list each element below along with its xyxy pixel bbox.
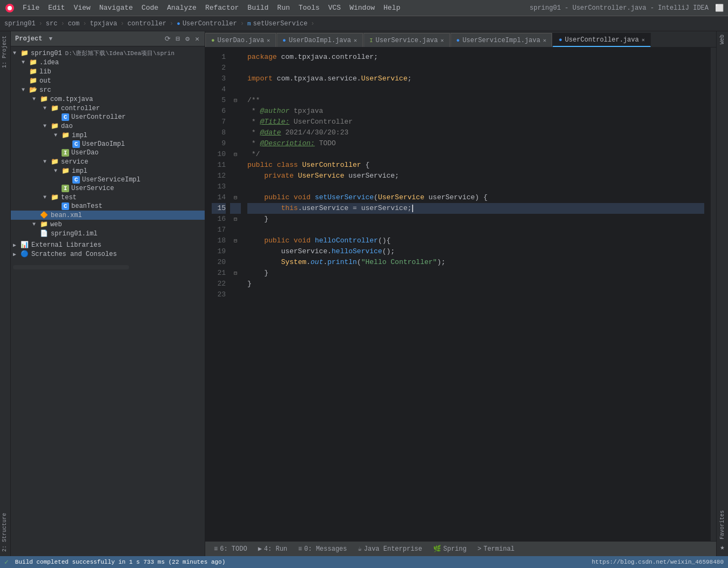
tree-item-userservice[interactable]: I UserService: [11, 184, 205, 193]
tab-close-userdaoimpl[interactable]: ✕: [354, 37, 357, 44]
tree-item-service[interactable]: ▼ 📁 service: [11, 157, 205, 166]
tree-arrow: ▼: [43, 159, 51, 165]
tree-arrow: ▼: [32, 221, 40, 227]
tree-label: UserService: [71, 185, 114, 192]
tab-userservice[interactable]: I UserService.java ✕: [363, 33, 450, 47]
code-line-10: */: [247, 149, 704, 160]
tree-item-src[interactable]: ▼ 📂 src: [11, 85, 205, 94]
menu-build[interactable]: Build: [244, 3, 272, 13]
tab-userdao[interactable]: ● UserDao.java ✕: [205, 33, 276, 47]
star-icon[interactable]: ★: [718, 540, 726, 554]
tab-userdaoimpl[interactable]: ● UserDaoImpl.java ✕: [277, 33, 363, 47]
tree-item-test[interactable]: ▼ 📁 test: [11, 193, 205, 202]
project-dropdown-icon[interactable]: ▼: [49, 36, 52, 42]
tab-close-usercontroller[interactable]: ✕: [642, 37, 645, 43]
bc-src[interactable]: src: [46, 20, 58, 28]
menu-tools[interactable]: Tools: [295, 3, 323, 13]
bc-spring01[interactable]: spring01: [4, 20, 36, 28]
tree-item-scratches[interactable]: ▶ 🔵 Scratches and Consoles: [11, 249, 205, 259]
tab-userserviceimpl[interactable]: ● UserServiceImpl.java ✕: [450, 33, 552, 47]
code-line-19: userService.helloService();: [247, 246, 704, 257]
menu-file[interactable]: File: [19, 3, 43, 13]
collapse-all-icon[interactable]: ⊟: [175, 33, 181, 44]
tab-terminal[interactable]: > Terminal: [473, 544, 519, 555]
tree-label: com.tpxjava: [50, 96, 93, 103]
folder-icon: 📁: [40, 95, 49, 103]
tree-item-spring01[interactable]: ▼ 📁 spring01 D:\唐彭旭下载\Idea\IDea项目\sprin: [11, 49, 205, 58]
app-title: spring01 - UserController.java - Intelli…: [530, 4, 709, 12]
build-status-message: Build completed successfully in 1 s 733 …: [15, 559, 225, 565]
bc-controller[interactable]: controller: [127, 20, 166, 28]
tab-todo[interactable]: ≡ 6: TODO: [210, 544, 252, 555]
tree-item-beantest[interactable]: C beanTest: [11, 202, 205, 211]
tab-java-enterprise[interactable]: ☕ Java Enterprise: [354, 543, 427, 555]
tree-label: UserDaoImpl: [82, 140, 125, 148]
tree-item-dao[interactable]: ▼ 📁 dao: [11, 121, 205, 131]
tree-item-usercontroller[interactable]: C UserController: [11, 113, 205, 121]
tree-item-userdaoimpl[interactable]: C UserDaoImpl: [11, 140, 205, 148]
menu-navigate[interactable]: Navigate: [96, 3, 136, 13]
tree-label: beanTest: [71, 202, 103, 210]
tree-item-idea[interactable]: ▼ 📁 .idea: [11, 58, 205, 67]
sync-icon[interactable]: ⟳: [164, 33, 172, 44]
tree-item-userserviceimpl[interactable]: C UserServiceImpl: [11, 175, 205, 184]
bc-setuserservice[interactable]: setUserService: [253, 20, 308, 28]
tree-item-out[interactable]: 📁 out: [11, 76, 205, 85]
folder-icon: 📁: [51, 193, 59, 201]
tree-item-external-libraries[interactable]: ▶ 📊 External Libraries: [11, 240, 205, 249]
menu-run[interactable]: Run: [274, 3, 293, 13]
tree-label: External Libraries: [31, 241, 102, 249]
tree-item-dao-impl[interactable]: ▼ 📁 impl: [11, 131, 205, 140]
menu-vcs[interactable]: VCS: [325, 3, 344, 13]
menu-code[interactable]: Code: [138, 3, 161, 13]
tree-item-spring01iml[interactable]: 📄 spring01.iml: [11, 229, 205, 238]
terminal-label: Terminal: [483, 545, 515, 553]
interface-icon: I: [62, 149, 69, 157]
tree-item-beanxml[interactable]: 🔶 bean.xml: [11, 211, 205, 220]
tab-spring[interactable]: 🌿 Spring: [429, 543, 471, 555]
bc-method-icon: m: [247, 21, 251, 27]
menu-refactor[interactable]: Refactor: [202, 3, 242, 13]
tab-close-userdao[interactable]: ✕: [267, 37, 270, 44]
tab-messages[interactable]: ≡ 0: Messages: [294, 544, 351, 555]
bottom-toolbar: ≡ 6: TODO ▶ 4: Run ≡ 0: Messages ☕ Java …: [205, 541, 716, 556]
tab-run[interactable]: ▶ 4: Run: [254, 543, 292, 555]
bc-tpxjava[interactable]: tpxjava: [90, 20, 117, 28]
project-panel-header: Project ▼ ⟳ ⊟ ⚙ ✕: [11, 31, 205, 46]
editor-scrollbar[interactable]: [711, 48, 716, 541]
code-content[interactable]: package com.tpxjava.controller; import c…: [241, 48, 711, 541]
code-line-17: [247, 225, 704, 235]
menu-view[interactable]: View: [70, 3, 93, 13]
tab-close-userservice[interactable]: ✕: [441, 37, 444, 44]
web-icon[interactable]: Web: [718, 33, 726, 45]
code-line-13: [247, 181, 704, 192]
bc-com[interactable]: com: [68, 20, 80, 28]
bc-usercontroller[interactable]: UserController: [183, 20, 237, 28]
structure-panel-toggle[interactable]: 2: Structure: [0, 509, 10, 556]
menu-edit[interactable]: Edit: [45, 3, 68, 13]
tree-label: web: [50, 221, 62, 228]
spring-icon: 🌿: [433, 545, 441, 553]
project-panel-toggle[interactable]: 1: Project: [0, 31, 10, 72]
settings-icon[interactable]: ⚙: [184, 33, 191, 44]
folder-icon: 📁: [40, 220, 49, 228]
menu-window[interactable]: Window: [346, 3, 378, 13]
tree-item-service-impl[interactable]: ▼ 📁 impl: [11, 166, 205, 175]
maximize-icon[interactable]: ⬜: [715, 4, 724, 12]
tree-label: dao: [61, 123, 73, 130]
tab-usercontroller[interactable]: ● UserController.java ✕: [552, 33, 650, 47]
tree-arrow: ▶: [13, 242, 21, 248]
code-line-5: /**: [247, 95, 704, 106]
tree-item-userdao[interactable]: I UserDao: [11, 148, 205, 157]
tree-item-com-tpxjava[interactable]: ▼ 📁 com.tpxjava: [11, 94, 205, 104]
menu-help[interactable]: Help: [380, 3, 403, 13]
favorites-icon[interactable]: Favorites: [718, 509, 726, 540]
close-panel-icon[interactable]: ✕: [194, 33, 200, 44]
tree-item-web[interactable]: ▼ 📁 web: [11, 220, 205, 229]
tab-bar: ● UserDao.java ✕ ● UserDaoImpl.java ✕ I …: [205, 31, 716, 48]
tree-item-controller[interactable]: ▼ 📁 controller: [11, 104, 205, 113]
tree-item-lib[interactable]: 📁 lib: [11, 67, 205, 76]
tab-close-userserviceimpl[interactable]: ✕: [543, 37, 546, 44]
menu-analyze[interactable]: Analyze: [164, 3, 200, 13]
tree-arrow: ▼: [54, 132, 62, 138]
